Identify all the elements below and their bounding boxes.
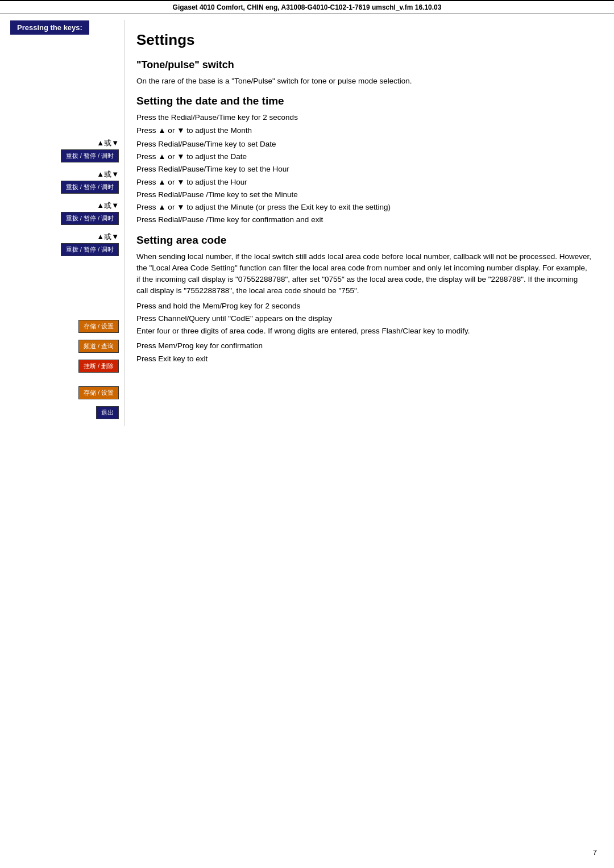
key-group-flash: 挂断 / 删除 [78, 360, 119, 377]
key-btn-redial-4: 重拨 / 暂停 / 调时 [61, 243, 119, 256]
date-time-instr3: Press ▲ or ▼ to adjust the Hour [136, 177, 591, 188]
date-time-instr2: Press ▲ or ▼ to adjust the Date [136, 151, 591, 162]
header-bar: Gigaset 4010 Comfort, CHIN eng, A31008-G… [0, 0, 614, 14]
date-time-instr0: Press the Redial/Pause/Time key for 2 se… [136, 112, 591, 123]
page-container: Gigaset 4010 Comfort, CHIN eng, A31008-G… [0, 0, 614, 868]
symbol-4: ▲或▼ [97, 232, 119, 242]
key-group-mem1: 存储 / 设置 [78, 320, 119, 337]
symbol-3: ▲或▼ [97, 201, 119, 211]
main-layout: ▲或▼ 重拨 / 暂停 / 调时 ▲或▼ 重拨 / 暂停 / 调时 ▲或▼ 重拨… [0, 14, 614, 426]
key-group-2: ▲或▼ 重拨 / 暂停 / 调时 [61, 169, 119, 198]
area-code-instr-mem: Press and hold the Mem/Prog key for 2 se… [136, 301, 591, 312]
date-time-instr4b: Press Redial/Pause /Time key for confirm… [136, 214, 591, 226]
area-code-instr-mem2: Press Mem/Prog key for confirmation [136, 340, 591, 352]
key-group-exit: 退出 [96, 406, 119, 424]
header-text: Gigaset 4010 Comfort, CHIN eng, A31008-G… [173, 3, 442, 11]
page-number: 7 [593, 848, 597, 857]
area-code-body: When sending local number, if the local … [136, 251, 591, 297]
key-btn-mem1: 存储 / 设置 [78, 320, 119, 333]
symbol-2: ▲或▼ [97, 169, 119, 180]
tone-pulse-body: On the rare of the base is a "Tone/Pulse… [136, 76, 591, 87]
date-time-instr4: Press ▲ or ▼ to adjust the Minute (or pr… [136, 202, 591, 213]
key-btn-redial-1: 重拨 / 暂停 / 调时 [61, 149, 119, 162]
date-time-instr1: Press ▲ or ▼ to adjust the Month [136, 125, 252, 136]
page-title: Settings [136, 31, 591, 49]
area-code-instr-exit: Press Exit key to exit [136, 353, 591, 365]
date-time-instr1b: Press Redial/Pause/Time key to set Date [136, 139, 591, 150]
key-btn-exit: 退出 [96, 406, 119, 419]
key-group-4: ▲或▼ 重拨 / 暂停 / 调时 [61, 232, 119, 261]
area-code-instr-flash: Enter four or three digits of area code.… [136, 326, 591, 337]
key-btn-mem2: 存储 / 设置 [78, 386, 119, 399]
date-time-instr2b: Press Redial/Pause/Time key to set the H… [136, 164, 591, 175]
tone-pulse-title: "Tone/pulse" switch [136, 59, 591, 71]
date-time-title: Setting the date and the time [136, 95, 591, 107]
key-btn-flash: 挂断 / 删除 [78, 360, 119, 373]
right-column: Settings "Tone/pulse" switch On the rare… [125, 20, 614, 426]
key-group-channel: 频道 / 查询 [78, 340, 119, 357]
date-time-instr3b: Press Redial/Pause /Time key to set the … [136, 189, 591, 201]
area-code-title: Setting area code [136, 234, 591, 247]
sidebar-label: Pressing the keys: [10, 20, 89, 35]
symbol-1: ▲或▼ [97, 138, 119, 148]
key-group-1: ▲或▼ 重拨 / 暂停 / 调时 [61, 138, 119, 167]
dt-row1: Press ▲ or ▼ to adjust the Month [136, 125, 591, 137]
key-btn-redial-3: 重拨 / 暂停 / 调时 [61, 212, 119, 225]
key-group-mem2: 存储 / 设置 [78, 386, 119, 404]
left-column: ▲或▼ 重拨 / 暂停 / 调时 ▲或▼ 重拨 / 暂停 / 调时 ▲或▼ 重拨… [0, 20, 125, 426]
key-btn-redial-2: 重拨 / 暂停 / 调时 [61, 181, 119, 194]
area-code-instr-channel: Press Channel/Query until "CodE" appears… [136, 313, 591, 324]
key-group-3: ▲或▼ 重拨 / 暂停 / 调时 [61, 201, 119, 229]
key-btn-channel: 频道 / 查询 [78, 340, 119, 353]
